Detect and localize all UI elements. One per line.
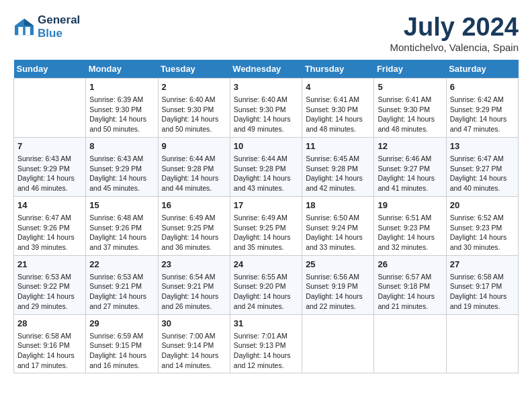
calendar-table: SundayMondayTuesdayWednesdayThursdayFrid… <box>13 60 519 374</box>
col-header-friday: Friday <box>374 60 446 79</box>
day-number: 21 <box>17 259 82 271</box>
calendar-cell: 11Sunrise: 6:45 AM Sunset: 9:28 PM Dayli… <box>302 137 374 196</box>
calendar-cell: 4Sunrise: 6:41 AM Sunset: 9:30 PM Daylig… <box>302 78 374 137</box>
calendar-cell: 2Sunrise: 6:40 AM Sunset: 9:30 PM Daylig… <box>158 78 230 137</box>
calendar-week-row: 28Sunrise: 6:58 AM Sunset: 9:16 PM Dayli… <box>14 314 519 373</box>
day-number: 11 <box>306 140 370 152</box>
day-info: Sunrise: 6:49 AM Sunset: 9:25 PM Dayligh… <box>234 213 298 253</box>
calendar-cell <box>14 78 86 137</box>
day-number: 20 <box>450 199 515 212</box>
calendar-cell: 25Sunrise: 6:56 AM Sunset: 9:19 PM Dayli… <box>302 255 374 314</box>
logo: General Blue <box>13 13 80 40</box>
calendar-cell <box>302 314 374 373</box>
day-number: 12 <box>378 140 442 152</box>
calendar-cell: 27Sunrise: 6:58 AM Sunset: 9:17 PM Dayli… <box>446 255 518 314</box>
calendar-cell: 31Sunrise: 7:01 AM Sunset: 9:13 PM Dayli… <box>230 314 302 373</box>
svg-rect-4 <box>26 27 30 35</box>
calendar-cell: 1Sunrise: 6:39 AM Sunset: 9:30 PM Daylig… <box>86 78 158 137</box>
day-info: Sunrise: 6:44 AM Sunset: 9:28 PM Dayligh… <box>234 154 298 193</box>
day-number: 2 <box>162 81 226 93</box>
calendar-cell: 22Sunrise: 6:53 AM Sunset: 9:21 PM Dayli… <box>86 255 158 314</box>
col-header-thursday: Thursday <box>302 60 374 79</box>
day-number: 17 <box>234 199 298 212</box>
day-info: Sunrise: 6:54 AM Sunset: 9:21 PM Dayligh… <box>162 272 226 312</box>
day-info: Sunrise: 6:42 AM Sunset: 9:29 PM Dayligh… <box>450 95 515 134</box>
calendar-cell <box>374 314 446 373</box>
col-header-wednesday: Wednesday <box>230 60 302 79</box>
calendar-cell: 12Sunrise: 6:46 AM Sunset: 9:27 PM Dayli… <box>374 137 446 196</box>
day-number: 7 <box>17 140 82 152</box>
logo-icon <box>13 17 35 36</box>
col-header-monday: Monday <box>86 60 158 79</box>
calendar-cell: 15Sunrise: 6:48 AM Sunset: 9:26 PM Dayli… <box>86 196 158 255</box>
calendar-cell: 9Sunrise: 6:44 AM Sunset: 9:28 PM Daylig… <box>158 137 230 196</box>
day-info: Sunrise: 6:44 AM Sunset: 9:28 PM Dayligh… <box>162 154 226 193</box>
day-info: Sunrise: 6:53 AM Sunset: 9:22 PM Dayligh… <box>17 272 82 312</box>
svg-rect-3 <box>18 27 23 35</box>
calendar-cell: 19Sunrise: 6:51 AM Sunset: 9:23 PM Dayli… <box>374 196 446 255</box>
calendar-cell: 20Sunrise: 6:52 AM Sunset: 9:23 PM Dayli… <box>446 196 518 255</box>
day-info: Sunrise: 6:43 AM Sunset: 9:29 PM Dayligh… <box>17 154 82 193</box>
day-info: Sunrise: 6:59 AM Sunset: 9:15 PM Dayligh… <box>89 331 154 371</box>
day-info: Sunrise: 6:49 AM Sunset: 9:25 PM Dayligh… <box>162 213 226 253</box>
day-info: Sunrise: 6:40 AM Sunset: 9:30 PM Dayligh… <box>162 95 226 134</box>
calendar-cell: 3Sunrise: 6:40 AM Sunset: 9:30 PM Daylig… <box>230 78 302 137</box>
day-number: 24 <box>234 259 298 271</box>
day-info: Sunrise: 6:41 AM Sunset: 9:30 PM Dayligh… <box>378 95 442 134</box>
day-info: Sunrise: 6:45 AM Sunset: 9:28 PM Dayligh… <box>306 154 370 193</box>
day-number: 3 <box>234 81 298 93</box>
calendar-cell: 7Sunrise: 6:43 AM Sunset: 9:29 PM Daylig… <box>14 137 86 196</box>
calendar-cell: 16Sunrise: 6:49 AM Sunset: 9:25 PM Dayli… <box>158 196 230 255</box>
calendar-cell: 28Sunrise: 6:58 AM Sunset: 9:16 PM Dayli… <box>14 314 86 373</box>
day-number: 19 <box>378 199 442 212</box>
day-info: Sunrise: 6:55 AM Sunset: 9:20 PM Dayligh… <box>234 272 298 312</box>
calendar-header-row: SundayMondayTuesdayWednesdayThursdayFrid… <box>14 60 519 79</box>
day-info: Sunrise: 6:52 AM Sunset: 9:23 PM Dayligh… <box>450 213 515 253</box>
calendar-cell: 21Sunrise: 6:53 AM Sunset: 9:22 PM Dayli… <box>14 255 86 314</box>
calendar-cell: 29Sunrise: 6:59 AM Sunset: 9:15 PM Dayli… <box>86 314 158 373</box>
logo-text: General Blue <box>38 13 80 40</box>
day-number: 1 <box>89 81 154 93</box>
day-info: Sunrise: 6:41 AM Sunset: 9:30 PM Dayligh… <box>306 95 370 134</box>
day-number: 10 <box>234 140 298 152</box>
month-year-title: July 2024 <box>390 13 519 42</box>
day-number: 4 <box>306 81 370 93</box>
day-number: 15 <box>89 199 154 212</box>
day-number: 28 <box>17 318 82 330</box>
day-info: Sunrise: 6:58 AM Sunset: 9:17 PM Dayligh… <box>450 272 515 312</box>
calendar-week-row: 7Sunrise: 6:43 AM Sunset: 9:29 PM Daylig… <box>14 137 519 196</box>
col-header-tuesday: Tuesday <box>158 60 230 79</box>
day-info: Sunrise: 6:47 AM Sunset: 9:26 PM Dayligh… <box>17 213 82 253</box>
calendar-cell: 6Sunrise: 6:42 AM Sunset: 9:29 PM Daylig… <box>446 78 518 137</box>
day-number: 31 <box>234 318 298 330</box>
day-number: 25 <box>306 259 370 271</box>
calendar-week-row: 1Sunrise: 6:39 AM Sunset: 9:30 PM Daylig… <box>14 78 519 137</box>
day-number: 16 <box>162 199 226 212</box>
day-number: 8 <box>89 140 154 152</box>
day-number: 14 <box>17 199 82 212</box>
day-info: Sunrise: 6:43 AM Sunset: 9:29 PM Dayligh… <box>89 154 154 193</box>
calendar-cell: 30Sunrise: 7:00 AM Sunset: 9:14 PM Dayli… <box>158 314 230 373</box>
day-info: Sunrise: 6:56 AM Sunset: 9:19 PM Dayligh… <box>306 272 370 312</box>
calendar-cell: 14Sunrise: 6:47 AM Sunset: 9:26 PM Dayli… <box>14 196 86 255</box>
day-info: Sunrise: 6:46 AM Sunset: 9:27 PM Dayligh… <box>378 154 442 193</box>
calendar-cell: 18Sunrise: 6:50 AM Sunset: 9:24 PM Dayli… <box>302 196 374 255</box>
day-number: 13 <box>450 140 515 152</box>
day-number: 23 <box>162 259 226 271</box>
day-info: Sunrise: 6:53 AM Sunset: 9:21 PM Dayligh… <box>89 272 154 312</box>
calendar-cell: 24Sunrise: 6:55 AM Sunset: 9:20 PM Dayli… <box>230 255 302 314</box>
day-number: 6 <box>450 81 515 93</box>
day-info: Sunrise: 6:58 AM Sunset: 9:16 PM Dayligh… <box>17 331 82 371</box>
location-subtitle: Montichelvo, Valencia, Spain <box>390 42 519 53</box>
calendar-cell: 17Sunrise: 6:49 AM Sunset: 9:25 PM Dayli… <box>230 196 302 255</box>
day-number: 9 <box>162 140 226 152</box>
calendar-cell: 10Sunrise: 6:44 AM Sunset: 9:28 PM Dayli… <box>230 137 302 196</box>
day-number: 22 <box>89 259 154 271</box>
day-info: Sunrise: 6:48 AM Sunset: 9:26 PM Dayligh… <box>89 213 154 253</box>
title-block: July 2024 Montichelvo, Valencia, Spain <box>390 13 519 53</box>
day-number: 30 <box>162 318 226 330</box>
day-number: 26 <box>378 259 442 271</box>
day-info: Sunrise: 6:47 AM Sunset: 9:27 PM Dayligh… <box>450 154 515 193</box>
col-header-saturday: Saturday <box>446 60 518 79</box>
calendar-body: 1Sunrise: 6:39 AM Sunset: 9:30 PM Daylig… <box>14 78 519 373</box>
